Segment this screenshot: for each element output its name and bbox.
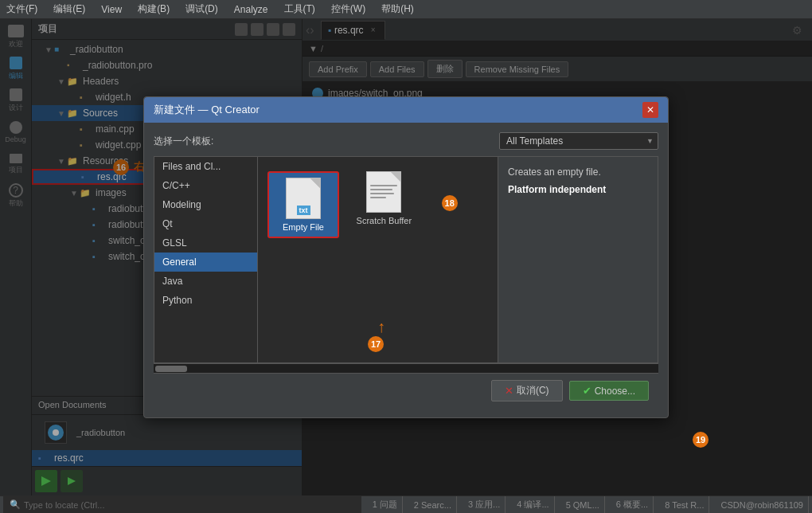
cancel-icon: ✕ (505, 385, 513, 397)
status-item-7[interactable]: 8 Test R... (660, 496, 709, 513)
status-item-6[interactable]: 6 概要... (611, 496, 654, 513)
menu-tools[interactable]: 工具(T) (281, 1, 318, 18)
status-item-2[interactable]: 2 Searc... (409, 496, 457, 513)
menu-edit[interactable]: 编辑(E) (50, 1, 88, 18)
search-bar: 🔍 Type to locate (Ctrl... (3, 496, 361, 514)
cancel-label: 取消(C) (517, 384, 549, 397)
annotation-19: 19 (693, 432, 709, 448)
choose-icon: ✔ (583, 385, 591, 397)
status-item-5[interactable]: 5 QML... (561, 496, 605, 513)
cancel-button[interactable]: ✕ 取消(C) (491, 380, 563, 401)
menu-file[interactable]: 文件(F) (3, 1, 41, 18)
choose-label: Choose... (595, 386, 635, 397)
cat-java[interactable]: Java (154, 272, 257, 291)
dialog-content: Files and Cl... C/C++ Modeling Qt GLSL G… (154, 156, 658, 363)
annotation-18-wrapper: 18 (442, 195, 458, 211)
menu-help[interactable]: 帮助(H) (378, 1, 417, 18)
dialog-top-row: 选择一个模板: All Templates Files and Classes … (154, 132, 658, 150)
dialog-templates-area: txt Empty File (258, 157, 498, 362)
dialog-categories: Files and Cl... C/C++ Modeling Qt GLSL G… (154, 157, 258, 362)
dialog-platform-text: Platform independent (508, 184, 648, 195)
cat-files[interactable]: Files and Cl... (154, 157, 257, 176)
menu-build[interactable]: 构建(B) (135, 1, 173, 18)
choose-button[interactable]: ✔ Choose... (569, 381, 649, 401)
cat-qt[interactable]: Qt (154, 214, 257, 233)
status-item-4[interactable]: 4 编译... (512, 496, 554, 513)
template-empty-file[interactable]: txt Empty File (267, 171, 339, 238)
status-label-1: 1 问题 (373, 499, 397, 511)
dialog-scrollbar[interactable] (154, 363, 658, 373)
dialog-template-label: 选择一个模板: (154, 135, 213, 148)
status-label-2: 2 Searc... (414, 500, 451, 510)
scrollbar-thumb[interactable] (155, 366, 187, 372)
template-select-wrapper: All Templates Files and Classes C/C++ Qt… (499, 132, 658, 150)
status-label-8: CSDN@robin861109 (720, 500, 803, 510)
dialog-body: 选择一个模板: All Templates Files and Classes … (144, 123, 668, 417)
cat-modeling[interactable]: Modeling (154, 195, 257, 214)
menu-analyze[interactable]: Analyze (231, 2, 271, 17)
dialog: 新建文件 — Qt Creator ✕ 选择一个模板: All Template… (143, 96, 669, 418)
cat-general[interactable]: General (154, 253, 257, 272)
dialog-description-panel: Creates an empty file. Platform independ… (498, 157, 658, 362)
dialog-title: 新建文件 — Qt Creator (154, 103, 260, 117)
cat-cpp[interactable]: C/C++ (154, 176, 257, 195)
dialog-desc-text: Creates an empty file. (508, 166, 648, 178)
status-item-3[interactable]: 3 应用... (463, 496, 506, 513)
cat-python[interactable]: Python (154, 291, 257, 310)
menu-controls[interactable]: 控件(W) (328, 1, 369, 18)
search-icon: 🔍 (10, 499, 21, 510)
status-label-7: 8 Test R... (665, 500, 704, 510)
dialog-titlebar: 新建文件 — Qt Creator ✕ (144, 97, 668, 123)
status-item-1[interactable]: 1 问题 (368, 496, 403, 513)
menubar: 文件(F) 编辑(E) View 构建(B) 调试(D) Analyze 工具(… (0, 0, 812, 19)
template-scratch-buffer[interactable]: Scratch Buffer (348, 166, 420, 230)
empty-file-icon: txt (286, 178, 321, 219)
status-label-4: 4 编译... (517, 499, 548, 511)
annotation-19-wrapper: 19 (693, 432, 709, 448)
search-placeholder: Type to locate (Ctrl... (24, 500, 104, 510)
menu-view[interactable]: View (98, 2, 125, 17)
dialog-close-button[interactable]: ✕ (642, 102, 658, 118)
status-label-6: 6 概要... (616, 499, 648, 511)
statusbar: 🔍 Type to locate (Ctrl... 1 问题 2 Searc..… (0, 495, 812, 513)
status-label-5: 5 QML... (566, 500, 599, 510)
status-label-3: 3 应用... (468, 499, 500, 511)
dialog-footer: ✕ 取消(C) ✔ Choose... (154, 373, 658, 408)
status-item-8: CSDN@robin861109 (716, 496, 809, 513)
menu-debug[interactable]: 调试(D) (182, 1, 221, 18)
cat-glsl[interactable]: GLSL (154, 233, 257, 253)
dialog-overlay: 新建文件 — Qt Creator ✕ 选择一个模板: All Template… (0, 19, 812, 495)
scratch-buffer-icon (366, 171, 401, 213)
template-select[interactable]: All Templates Files and Classes C/C++ Qt… (499, 132, 658, 150)
scratch-buffer-label: Scratch Buffer (357, 216, 412, 225)
empty-file-label: Empty File (283, 222, 324, 232)
annotation-18: 18 (442, 195, 458, 211)
